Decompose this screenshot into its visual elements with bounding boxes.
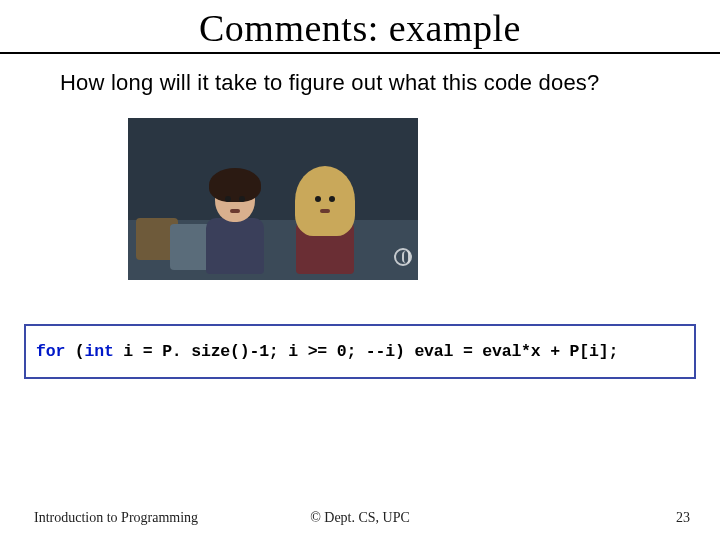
code-text: ( xyxy=(65,342,84,361)
network-watermark-icon xyxy=(394,248,412,266)
keyword-int: int xyxy=(85,342,114,361)
code-text: i = P. size()-1; i >= 0; --i) eval = eva… xyxy=(114,342,618,361)
footer-center: © Dept. CS, UPC xyxy=(0,510,720,526)
code-snippet-box: for (int i = P. size()-1; i >= 0; --i) e… xyxy=(24,324,696,379)
illustration-image xyxy=(128,118,418,280)
keyword-for: for xyxy=(36,342,65,361)
title-underline xyxy=(0,52,720,54)
slide-subtitle: How long will it take to figure out what… xyxy=(60,70,720,96)
slide-title: Comments: example xyxy=(0,0,720,50)
slide-footer: Introduction to Programming © Dept. CS, … xyxy=(0,510,720,526)
